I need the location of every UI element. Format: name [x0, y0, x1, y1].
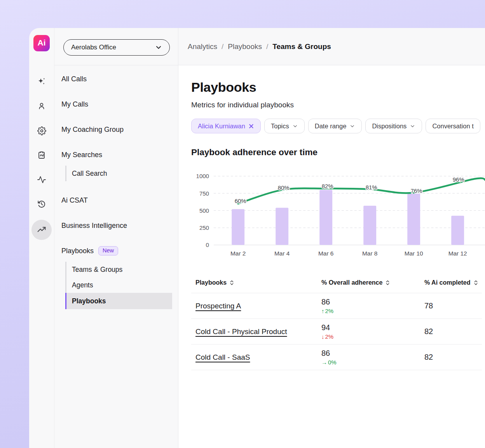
table-row: Cold Call - Physical Product 94 ↓2% 82: [191, 319, 482, 345]
chevron-down-icon: [292, 123, 298, 129]
svg-text:0: 0: [206, 242, 209, 248]
workspace-name: Aerolabs Office: [71, 44, 116, 51]
my-searches-subgroup: Call Search: [65, 166, 172, 181]
svg-text:82%: 82%: [322, 183, 333, 189]
sort-icon: [229, 280, 234, 286]
filter-chip-agent[interactable]: Alicia Kurniawan: [191, 119, 261, 133]
rail-icon-list: [31, 74, 52, 249]
rail-button-settings[interactable]: [34, 123, 49, 138]
svg-text:Mar 2: Mar 2: [230, 250, 246, 257]
breadcrumb-separator: /: [222, 42, 223, 51]
breadcrumb-separator: /: [266, 42, 268, 51]
sidebar-item-my-searches[interactable]: My Searches: [54, 147, 178, 163]
breadcrumb-playbooks[interactable]: Playbooks: [228, 42, 262, 51]
gear-icon: [37, 126, 46, 135]
svg-text:Mar 6: Mar 6: [318, 250, 333, 257]
app-logo[interactable]: Ai: [33, 35, 50, 51]
playbook-link[interactable]: Prospecting A: [195, 302, 241, 310]
ai-completed-value: 82: [424, 353, 482, 362]
app-window: Ai: [29, 28, 485, 448]
sort-icon: [473, 280, 478, 286]
nav-rail: Ai: [29, 28, 54, 448]
workspace-selector[interactable]: Aerolabs Office: [63, 39, 170, 56]
activity-icon: [37, 175, 46, 184]
sparkles-icon: [37, 77, 47, 87]
chevron-down-icon: [349, 123, 355, 129]
breadcrumb-analytics[interactable]: Analytics: [188, 42, 217, 51]
svg-text:750: 750: [199, 190, 209, 197]
playbooks-subgroup: Teams & Groups Agents Playbooks: [65, 262, 172, 309]
adherence-change: ↑2%: [321, 308, 424, 314]
rail-button-contacts[interactable]: [34, 98, 49, 114]
page-subtitle: Metrics for individual playbooks: [191, 100, 485, 110]
new-badge: New: [98, 246, 118, 256]
main-content: Analytics / Playbooks / Teams & Groups P…: [178, 28, 485, 448]
column-header-playbooks[interactable]: Playbooks: [191, 279, 321, 286]
svg-text:500: 500: [199, 207, 209, 214]
svg-text:1000: 1000: [196, 173, 209, 179]
filter-bar: Alicia Kurniawan Topics Date range Dispo…: [191, 119, 485, 133]
chart-title: Playbook adherence over time: [191, 147, 485, 158]
playbook-link[interactable]: Cold Call - SaaS: [195, 353, 250, 361]
sidebar-item-my-coaching-group[interactable]: My Coaching Group: [54, 122, 178, 137]
rail-button-activity[interactable]: [34, 172, 49, 187]
svg-text:76%: 76%: [411, 187, 422, 194]
sidebar: Aerolabs Office All Calls My Calls My Co…: [54, 28, 178, 448]
svg-text:81%: 81%: [366, 184, 377, 191]
sidebar-item-teams-groups[interactable]: Teams & Groups: [66, 262, 172, 277]
overall-adherence-value: 94: [321, 323, 424, 332]
change-arrow-icon: ↓: [321, 333, 324, 340]
filter-chip-label: Alicia Kurniawan: [198, 122, 245, 130]
filter-chip-date-range[interactable]: Date range: [308, 119, 362, 133]
filter-chip-label: Topics: [271, 122, 289, 130]
sidebar-menu: All Calls My Calls My Coaching Group My …: [54, 65, 178, 309]
sidebar-item-playbooks-sub[interactable]: Playbooks: [65, 293, 172, 309]
adherence-chart-svg: 02505007501000Mar 2Mar 4Mar 6Mar 8Mar 10…: [191, 167, 485, 264]
filter-chip-label: Dispositions: [372, 122, 406, 130]
content-body: Playbooks Metrics for individual playboo…: [178, 65, 485, 448]
adherence-change: ↓2%: [321, 333, 424, 340]
page-title: Playbooks: [191, 80, 485, 94]
sidebar-item-agents[interactable]: Agents: [66, 277, 172, 293]
chevron-down-icon: [155, 44, 162, 51]
change-arrow-icon: →: [321, 359, 327, 366]
adherence-chart: 02505007501000Mar 2Mar 4Mar 6Mar 8Mar 10…: [191, 167, 485, 264]
sort-icon: [385, 280, 390, 286]
svg-text:96%: 96%: [453, 176, 464, 183]
rail-button-history[interactable]: [34, 196, 49, 212]
column-header-ai-completed[interactable]: % Ai completed: [424, 279, 482, 286]
sidebar-item-ai-csat[interactable]: Ai CSAT: [54, 192, 178, 208]
column-header-overall-adherence[interactable]: % Overall adherence: [321, 279, 424, 286]
sidebar-item-business-intelligence[interactable]: Business Intelligence: [54, 218, 178, 233]
playbooks-table: Playbooks % Overall adherence % Ai compl…: [191, 272, 482, 370]
overall-adherence-value: 86: [321, 349, 424, 358]
chevron-down-icon: [410, 123, 415, 129]
filter-chip-label: Conversation t: [432, 122, 473, 130]
svg-text:Mar 8: Mar 8: [362, 250, 377, 257]
table-header-row: Playbooks % Overall adherence % Ai compl…: [191, 272, 482, 293]
rail-button-analytics[interactable]: [31, 220, 52, 240]
sidebar-item-playbooks[interactable]: Playbooks New: [54, 243, 178, 259]
adherence-change: →0%: [321, 359, 424, 366]
filter-chip-conversation-type[interactable]: Conversation t: [426, 119, 480, 133]
filter-chip-dispositions[interactable]: Dispositions: [365, 119, 422, 133]
trending-up-icon: [37, 225, 46, 234]
svg-text:Mar 4: Mar 4: [274, 250, 290, 257]
rail-button-playbooks[interactable]: [34, 147, 49, 163]
breadcrumb: Analytics / Playbooks / Teams & Groups: [188, 42, 331, 51]
sidebar-item-my-calls[interactable]: My Calls: [54, 96, 178, 112]
svg-text:80%: 80%: [278, 184, 290, 191]
change-arrow-icon: ↑: [321, 308, 324, 314]
close-icon[interactable]: [248, 123, 254, 129]
filter-chip-topics[interactable]: Topics: [264, 119, 305, 133]
table-row: Cold Call - SaaS 86 →0% 82: [191, 345, 482, 370]
breadcrumb-current: Teams & Groups: [272, 42, 331, 51]
svg-text:Mar 10: Mar 10: [405, 250, 423, 257]
ai-logo-text: Ai: [38, 38, 46, 47]
ai-completed-value: 82: [424, 327, 482, 336]
sidebar-item-all-calls[interactable]: All Calls: [54, 71, 178, 87]
sidebar-item-call-search[interactable]: Call Search: [66, 166, 172, 181]
sidebar-item-label: Playbooks: [61, 247, 94, 255]
playbook-link[interactable]: Cold Call - Physical Product: [195, 327, 287, 336]
rail-button-ai-assistant[interactable]: [34, 74, 49, 89]
